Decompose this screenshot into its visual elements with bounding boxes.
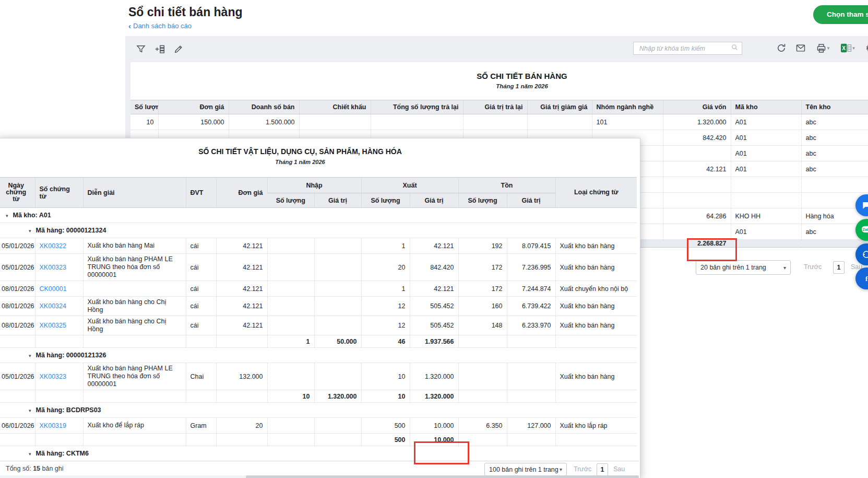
filter-icon[interactable]: [135, 43, 147, 55]
scrollbar-thumb[interactable]: [246, 475, 639, 478]
inventory-report-title: SỔ CHI TIẾT VẬT LIỆU, DỤNG CỤ, SẢN PHẨM,…: [0, 147, 603, 156]
document-link[interactable]: XK00322: [35, 238, 83, 254]
cell: [663, 224, 731, 240]
sales-col-header-1: Đơn giá: [158, 100, 229, 114]
search-field[interactable]: [638, 44, 731, 53]
cell: [731, 177, 801, 193]
group-label: Mã hàng: CKTM6: [36, 450, 89, 457]
collapse-toggle-icon[interactable]: ▾: [29, 451, 31, 457]
cell: A01: [731, 114, 801, 130]
table-row: 05/01/2026XK00322Xuất kho bán hàng Maicá…: [0, 238, 637, 254]
settings-gear-icon[interactable]: ⚙: [864, 42, 868, 54]
document-link[interactable]: CK00001: [35, 281, 83, 297]
cell: [314, 281, 361, 297]
cell: Xuất kho bán hàng cho Chị Hồng: [83, 316, 186, 335]
search-icon: [731, 43, 739, 53]
group-label: Mã kho: A01: [13, 212, 51, 219]
inventory-prev-page[interactable]: Trước: [574, 465, 591, 473]
cell: 10.000: [410, 418, 458, 434]
cell: 192: [458, 238, 507, 254]
cell: Gram: [186, 418, 216, 434]
cell: 1.320.000: [410, 363, 458, 390]
cell: Xuất kho bán hàng PHAM LE TRUNG theo hóa…: [83, 254, 186, 281]
cell: [35, 335, 83, 348]
cell: 505.452: [410, 316, 458, 335]
facebook-button[interactable]: f: [855, 267, 868, 289]
inventory-next-page[interactable]: Sau: [613, 465, 625, 473]
sales-prev-page[interactable]: Trước: [804, 263, 822, 271]
document-link[interactable]: XK00324: [35, 297, 83, 316]
group-row[interactable]: ▾Mã hàng: CKTM6: [0, 446, 637, 461]
cell: KHO HH: [731, 208, 801, 224]
sales-col-header-7: Nhóm ngành nghề: [592, 100, 663, 114]
document-link[interactable]: XK00323: [35, 254, 83, 281]
cell: [555, 390, 637, 403]
inventory-page-size-select[interactable]: 100 bản ghi trên 1 trang ▾: [484, 463, 567, 476]
document-link[interactable]: XK00319: [35, 418, 83, 434]
print-dropdown-chevron-icon[interactable]: ▾: [827, 45, 830, 51]
group-row[interactable]: ▾Mã hàng: BCDRPS03: [0, 403, 637, 418]
group-row[interactable]: ▾Mã hàng: 00000121326: [0, 348, 637, 363]
cell: 6.233.970: [507, 316, 555, 335]
breadcrumb[interactable]: ‹ Danh sách báo cáo: [128, 22, 192, 30]
cell: [267, 434, 314, 446]
svg-text:Zalo: Zalo: [862, 227, 868, 232]
collapse-toggle-icon[interactable]: ▾: [29, 353, 31, 358]
cell: 172: [458, 281, 507, 297]
cell: 6.739.422: [507, 297, 555, 316]
cell: 1: [361, 281, 410, 297]
collapse-toggle-icon[interactable]: ▾: [29, 408, 31, 413]
excel-dropdown-chevron-icon[interactable]: ▾: [852, 45, 855, 51]
print-icon[interactable]: ▾: [814, 42, 831, 54]
cell: 1.500.000: [229, 114, 299, 130]
cell: 42.121: [216, 316, 267, 335]
cell: [314, 316, 361, 335]
cell: 148: [458, 316, 507, 335]
cell: [314, 297, 361, 316]
cell: 42.121: [663, 161, 731, 177]
cell: [216, 390, 267, 403]
cell: 101: [592, 114, 663, 130]
cell: Xuất kho bán hàng: [555, 297, 637, 316]
collapse-toggle-icon[interactable]: ▾: [29, 228, 31, 234]
cell: [555, 434, 637, 446]
col-ngay-chung-tu: Ngày chứng từ: [0, 178, 35, 208]
cell: 42.121: [216, 297, 267, 316]
group-row[interactable]: ▾Mã kho: A01: [0, 208, 637, 223]
group-row[interactable]: ▾Mã hàng: 00000121324: [0, 223, 637, 238]
collapse-toggle-icon[interactable]: ▾: [6, 213, 8, 218]
cell: 6.350: [458, 418, 507, 434]
cell: [507, 390, 555, 403]
cell: 7.244.874: [507, 281, 555, 297]
annotation-box-gia-von-total: [687, 238, 737, 261]
document-link[interactable]: XK00325: [35, 316, 83, 335]
cell: [663, 193, 731, 208]
cell: [507, 363, 555, 390]
sales-current-page[interactable]: 1: [833, 261, 845, 274]
edit-pencil-icon[interactable]: [172, 43, 185, 55]
sales-page-size-select[interactable]: 20 bản ghi trên 1 trang ▾: [696, 260, 791, 275]
cell: A01: [731, 224, 801, 240]
add-row-icon[interactable]: [153, 43, 166, 55]
inventory-current-page[interactable]: 1: [597, 463, 608, 476]
cell: 42.121: [216, 254, 267, 281]
excel-export-icon[interactable]: X ▾: [838, 42, 857, 54]
cell: 08/01/2026: [0, 297, 35, 316]
refresh-icon[interactable]: [775, 42, 788, 54]
cell: [507, 335, 555, 348]
select-chevron-icon: ▾: [783, 265, 786, 271]
search-input[interactable]: [633, 42, 742, 55]
cell: [186, 434, 216, 446]
cell: [527, 114, 592, 130]
document-link[interactable]: XK00323: [35, 363, 83, 390]
cell: 1.320.000: [663, 114, 731, 130]
email-icon[interactable]: [794, 42, 807, 54]
cell: [458, 390, 507, 403]
col-nhap-so-luong: Số lượng: [267, 193, 314, 208]
cell: [267, 254, 314, 281]
select-parameters-button[interactable]: Chọn tham số: [813, 5, 868, 24]
sales-col-header-8: Giá vốn: [663, 100, 731, 114]
cell: cái: [186, 254, 216, 281]
group-cell: ▾Mã kho: A01: [0, 208, 637, 223]
cell: 06/01/2026: [0, 418, 35, 434]
